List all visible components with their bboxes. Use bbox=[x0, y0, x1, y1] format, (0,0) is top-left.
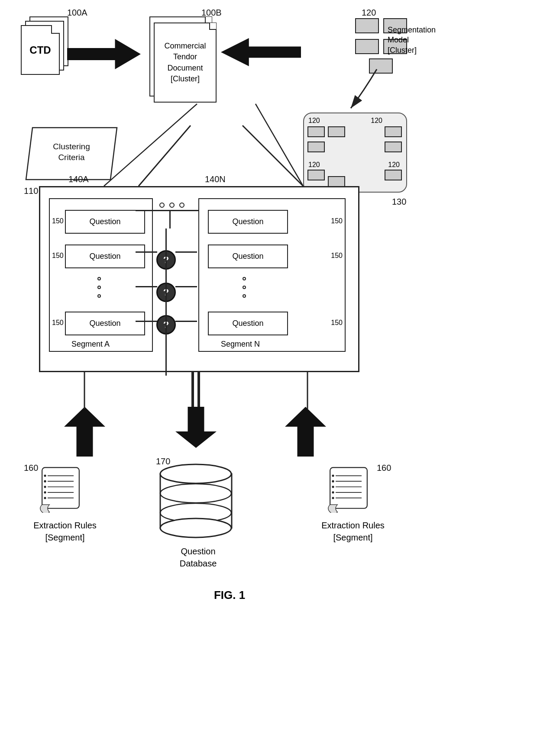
label-seg-120-top: 120 bbox=[362, 8, 376, 18]
question-box-n3: Question bbox=[208, 312, 288, 335]
label-170: 170 bbox=[156, 457, 170, 466]
fig-label: FIG. 1 bbox=[186, 589, 273, 602]
svg-point-38 bbox=[332, 480, 334, 483]
label-150-n1: 150 bbox=[331, 217, 343, 225]
extraction-rules-right-label: Extraction Rules[Segment] bbox=[312, 519, 394, 544]
question-label-n3: Question bbox=[232, 319, 263, 328]
label-150-a2: 150 bbox=[52, 252, 64, 260]
question-label-a2: Question bbox=[89, 252, 120, 261]
segment-n-label: Segment N bbox=[221, 340, 260, 349]
segment-a-box: Question 150 Question 150 Question 150 S… bbox=[49, 198, 153, 352]
svg-line-42 bbox=[104, 104, 197, 186]
svg-rect-31 bbox=[330, 467, 367, 508]
arrow-seg-to-tendor bbox=[221, 38, 301, 66]
tendor-doc-label: CommercialTendorDocument[Cluster] bbox=[164, 41, 206, 84]
question-box-n1: Question bbox=[208, 210, 288, 234]
question-box-a3: Question bbox=[65, 312, 145, 335]
connector-top bbox=[39, 102, 364, 188]
label-150-n2: 150 bbox=[331, 252, 343, 260]
svg-line-43 bbox=[256, 104, 303, 186]
svg-point-39 bbox=[332, 486, 334, 488]
label-110: 110 bbox=[24, 186, 38, 196]
svg-point-28 bbox=[44, 486, 46, 488]
main-container: 140A 140N Question 150 Question 150 bbox=[39, 186, 359, 372]
question-box-a1: Question bbox=[65, 210, 145, 234]
question-label-a3: Question bbox=[89, 319, 120, 328]
question-label-n2: Question bbox=[232, 252, 263, 261]
label-160-right: 160 bbox=[377, 463, 391, 473]
label-150-a1: 150 bbox=[52, 217, 64, 225]
segment-a-label: Segment A bbox=[71, 340, 110, 349]
svg-point-37 bbox=[332, 475, 334, 477]
database-icon bbox=[154, 454, 238, 539]
connector-bottom bbox=[39, 370, 364, 413]
arrow-up-right bbox=[285, 407, 326, 457]
cluster-label-120-tr: 120 bbox=[371, 117, 382, 125]
question-label-n1: Question bbox=[232, 217, 263, 226]
svg-point-16 bbox=[160, 464, 231, 483]
cluster-label-120-br: 120 bbox=[388, 161, 400, 169]
seg-model-label: Segmentation Model [Cluster] bbox=[355, 25, 436, 55]
ctd-label: CTD bbox=[29, 44, 51, 56]
scroll-icon-right bbox=[323, 461, 375, 513]
segment-n-box: Question 150 Question 150 Question 150 S… bbox=[198, 198, 346, 352]
question-label-a1: Question bbox=[89, 217, 120, 226]
question-box-a2: Question bbox=[65, 244, 145, 268]
svg-point-19 bbox=[160, 518, 231, 537]
arrow-up-left bbox=[64, 407, 105, 457]
diagram: 100A CTD 100B CommercialTendorDocument[C… bbox=[0, 0, 537, 756]
extraction-rules-left-label: Extraction Rules[Segment] bbox=[24, 519, 106, 544]
label-150-a3: 150 bbox=[52, 319, 64, 327]
scroll-icon-left bbox=[35, 461, 87, 513]
arrow-ctd-to-tendor bbox=[67, 39, 141, 69]
label-160-left: 160 bbox=[24, 463, 38, 473]
svg-point-29 bbox=[44, 491, 46, 493]
svg-point-30 bbox=[44, 497, 46, 499]
svg-point-26 bbox=[44, 475, 46, 477]
svg-point-41 bbox=[332, 497, 334, 499]
svg-rect-20 bbox=[42, 467, 79, 508]
label-100a: 100A bbox=[67, 8, 87, 18]
svg-point-40 bbox=[332, 491, 334, 493]
tendor-doc-front: CommercialTendorDocument[Cluster] bbox=[154, 23, 217, 103]
question-box-n2: Question bbox=[208, 244, 288, 268]
label-150-n3: 150 bbox=[331, 319, 343, 327]
label-130: 130 bbox=[392, 197, 406, 207]
svg-point-27 bbox=[44, 480, 46, 483]
question-db-label: QuestionDatabase bbox=[156, 545, 240, 569]
